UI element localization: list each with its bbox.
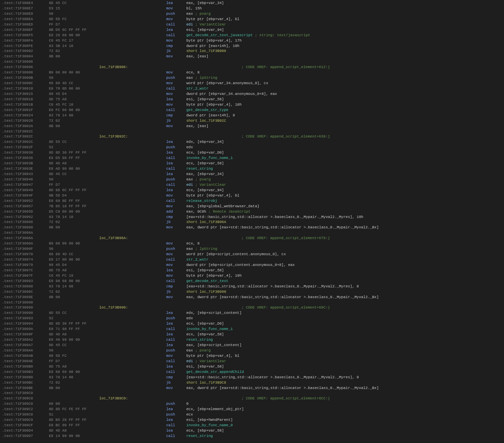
disasm-line[interactable]: .text:71F3097C8D 75 A8leaesi, [ebp+var_5…	[1, 268, 503, 273]
disasm-line[interactable]: .text:71F3099F8D 4D A8leaecx, [ebp+var_5…	[1, 332, 503, 337]
disasm-line[interactable]: .text:71F3092Cloc_71F3B92C: ; CODE XREF:…	[1, 134, 503, 140]
disasm-line[interactable]: .text:71F309A2E8 49 99 00 00callreset_st…	[1, 337, 503, 343]
bytes-col: 8D 55 CC	[49, 140, 99, 145]
disasm-line[interactable]: .text:71F309A78D 45 CCleaeax, [ebp+scrip…	[1, 343, 503, 348]
operands-col: byte ptr [ebp+var_4], 19h	[186, 273, 502, 279]
disasm-line[interactable]: .text:71F309D7E8 14 99 00 00callreset_st…	[1, 434, 503, 439]
disasm-line[interactable]: .text:71F3092F52pushedx	[1, 145, 503, 150]
disasm-line[interactable]: .text:71F3096F50pusheax ; lpString	[1, 246, 503, 252]
disasm-line[interactable]: .text:71F309AB88 5D FCmovbyte ptr [ebp+v…	[1, 353, 503, 359]
disasm-line[interactable]: .text:71F3092872 02jbshort loc_71F3B92C	[1, 118, 503, 124]
disasm-line[interactable]: .text:71F3092C	[1, 129, 503, 134]
disasm-line[interactable]: .text:71F309BE8B 00moveax, dword ptr [ea…	[1, 386, 503, 391]
disasm-line[interactable]: .text:71F30990loc_71F3B990: ; CODE XREF:…	[1, 305, 503, 311]
disasm-line[interactable]: .text:71F3091FE8 FC 66 00 00callget_deco…	[1, 108, 503, 113]
disasm-line[interactable]: .text:71F3091BC6 45 FC 18movbyte ptr [eb…	[1, 102, 503, 108]
operand-generic: byte ptr [ebp+var_4], 18h	[186, 103, 242, 107]
disasm-line[interactable]: .text:71F3096AB9 08 00 00 00movecx, 8	[1, 241, 503, 246]
disasm-line[interactable]: .text:71F309B3E8 68 69 00 00callget_deco…	[1, 370, 503, 375]
disasm-line[interactable]: .text:71F308EF8B D5 6C FF FF FFleaesi, […	[1, 27, 503, 33]
disasm-line[interactable]: .text:71F3090272 02jbshort loc_71F3B906	[1, 49, 503, 54]
disasm-line[interactable]: .text:71F3092483 78 14 08cmpdword ptr [e…	[1, 113, 503, 118]
disasm-line[interactable]: .text:71F3093EE8 AD 99 00 00callreset_st…	[1, 166, 503, 172]
disasm-line[interactable]: .text:71F3092A8B 00moveax, [eax]	[1, 124, 503, 129]
disasm-line[interactable]: .text:71F30910E8 70 0D 06 00callstr_2_ws…	[1, 86, 503, 92]
disasm-line[interactable]: .text:71F308FAC6 45 FC 17movbyte ptr [eb…	[1, 38, 503, 44]
operands-col: short loc_71F3B96A	[186, 220, 502, 225]
disasm-line[interactable]: .text:71F308E950pusheax ; pvarg	[1, 11, 503, 17]
disasm-line[interactable]: .text:71F308F5E8 26 68 00 00callget_deco…	[1, 33, 503, 38]
bytes-col: 8D 45 CC	[49, 172, 99, 177]
disasm-line[interactable]: .text:71F309D48D 4D A8leaecx, [ebp+var_5…	[1, 428, 503, 434]
disasm-line[interactable]: .text:71F3096672 02jbshort loc_71F3B96A	[1, 220, 503, 225]
disasm-line[interactable]: .text:71F30906loc_71F3B906: ; CODE XREF:…	[1, 65, 503, 70]
disasm-line[interactable]: .text:71F3095DD5 C8 00 00 00addeax, 0C8h…	[1, 209, 503, 215]
disasm-line[interactable]: .text:71F309C0	[1, 391, 503, 396]
operand-call: reset_string	[186, 338, 213, 342]
disasm-line[interactable]: .text:71F3096Aloc_71F3B96A: ; CODE XREF:…	[1, 236, 503, 241]
disasm-line[interactable]: .text:71F308E7D3 15movbl, 15h	[1, 6, 503, 11]
disasm-line[interactable]: .text:71F3098C72 02jbshort loc_71F3B990	[1, 289, 503, 295]
disasm-line[interactable]: .text:71F309B08D 75 A8leaesi, [ebp+var_5…	[1, 364, 503, 370]
disasm-line[interactable]: .text:71F3097989 45 D4movdword ptr [ebp+…	[1, 263, 503, 268]
disasm-line[interactable]: .text:71F3094F8B 5D D4movbyte ptr [ebp+v…	[1, 193, 503, 199]
disasm-line[interactable]: .text:71F3091589 45 D4movdword ptr [ebp+…	[1, 92, 503, 97]
disasm-line[interactable]: .text:71F30974E8 17 0D 06 00callstr_2_ws…	[1, 257, 503, 263]
disasm-line[interactable]: .text:71F309AA50pusheax ; pvarg	[1, 348, 503, 353]
disasm-line[interactable]: .text:71F309948D 8D 30 FF FF FFleaecx, […	[1, 321, 503, 327]
disasm-line[interactable]: .text:71F309308D 8D 30 FF FF FFleaecx, […	[1, 150, 503, 156]
mnem-col: lea	[166, 161, 186, 166]
disasm-line[interactable]: .text:71F3097FC6 45 FC 19movbyte ptr [eb…	[1, 273, 503, 279]
disasm-line[interactable]: .text:71F308EA8D 5D FCmovbyte ptr [ebp+v…	[1, 17, 503, 22]
disasm-line[interactable]: .text:71F309048B 00moveax, [eax]	[1, 54, 503, 59]
disasm-line[interactable]: .text:71F3098883 78 14 08cmp[eax+std::ba…	[1, 284, 503, 289]
disasm-line[interactable]: .text:71F309CFE8 BC 98 FF FFcallinvoke_b…	[1, 423, 503, 428]
inline-comment: ; Remote JavaScript	[206, 210, 250, 214]
disasm-line[interactable]: .text:71F30990	[1, 300, 503, 306]
disasm-line[interactable]: .text:71F309BC72 02jbshort loc_71F3B9C8	[1, 380, 503, 386]
disasm-line[interactable]: .text:71F309B883 78 14 08cmp[eax+std::ba…	[1, 375, 503, 380]
disasm-line[interactable]: .text:71F30983E8 98 68 00 00callget_deco…	[1, 279, 503, 284]
disasm-line[interactable]: .text:71F3097066 89 4D CCmovword ptr [eb…	[1, 252, 503, 257]
disasm-line[interactable]: .text:71F30947FF D7calledi ; VariantClea…	[1, 182, 503, 188]
disasm-line[interactable]: .text:71F3099AE8 71 98 FF FFcallinvoke_b…	[1, 327, 503, 332]
operand-call: str_2_wstr	[186, 87, 208, 91]
disasm-line[interactable]: .text:71F3090B50pusheax ; lpString	[1, 75, 503, 81]
disasm-line[interactable]: .text:71F309438D 45 CCleaeax, [ebp+var_3…	[1, 172, 503, 177]
disasm-line[interactable]: .text:71F308FE83 3B 14 10cmpdword ptr [e…	[1, 44, 503, 49]
disasm-line[interactable]: .text:71F308E48D 45 CCleaeax, [ebp+var_3…	[1, 1, 503, 6]
disasm-line[interactable]: .text:71F309C0loc_71F3B9C0: ; CODE XREF:…	[1, 396, 503, 401]
label-col	[99, 295, 166, 300]
disasm-line[interactable]: .text:71F309688B 00moveax, dword ptr [ea…	[1, 225, 503, 230]
disasm-line[interactable]: .text:71F308EDFF D7calledi ; VariantClea…	[1, 22, 503, 27]
disasm-line[interactable]: .text:71F30906B9 08 00 00 00movecx, 8	[1, 70, 503, 75]
disasm-line[interactable]: .text:71F309498D 8D 6C FF FF FFleaecx, […	[1, 188, 503, 193]
disasm-line[interactable]: .text:71F309908D 55 CCleaedx, [ebp+scrip…	[1, 311, 503, 316]
disasm-line[interactable]: .text:71F3093B8D 4D A8leaecx, [ebp+var_5…	[1, 161, 503, 166]
disasm-line[interactable]: .text:71F3090C66 89 4D CCmovword ptr [eb…	[1, 81, 503, 86]
disasm-line[interactable]: .text:71F30936E8 D5 98 FF FFcallinvoke_b…	[1, 156, 503, 161]
disasm-line[interactable]: .text:71F3094650pusheax ; pvarg	[1, 177, 503, 182]
disasm-line[interactable]: .text:71F309C98D B5 28 FF FF FFleaesi, […	[1, 418, 503, 423]
bytes-col: 8B 00	[49, 54, 99, 59]
disasm-line[interactable]: .text:71F309577B 85 18 FF FF FFmoveax, […	[1, 204, 503, 209]
bytes-col: 66 89 4D CC	[49, 81, 99, 86]
disasm-line[interactable]: .text:71F309C28D 8D FC FE FF FFleaecx, […	[1, 407, 503, 412]
bytes-col: 50	[49, 246, 99, 252]
disasm-line[interactable]: .text:71F3096A	[1, 230, 503, 236]
disasm-line[interactable]: .text:71F3099352pushedx	[1, 316, 503, 321]
disasm-line[interactable]: .text:71F3098E8B 00moveax, dword ptr [ea…	[1, 295, 503, 300]
disasm-line[interactable]: .text:71F309188D 75 A8leaesi, [ebp+var_5…	[1, 97, 503, 102]
disasm-line[interactable]: .text:71F30906	[1, 59, 503, 65]
disasm-line[interactable]: .text:71F3092C8D 55 CCleaedx, [ebp+var_3…	[1, 140, 503, 145]
addr-col: .text:71F3091B	[2, 102, 49, 108]
disasm-line[interactable]: .text:71F309C851pushecx	[1, 412, 503, 418]
mnem-col: lea	[166, 268, 186, 273]
disasm-line[interactable]: .text:71F309AEFF D7calledi ; VariantClea…	[1, 359, 503, 364]
disasm-line[interactable]: .text:71F30952E8 69 8E FF FFcallrelease_…	[1, 199, 503, 204]
bytes-col: 83 78 14 10	[49, 215, 99, 220]
bytes-col: FF D7	[49, 182, 99, 188]
disasm-line[interactable]: .text:71F3096283 78 14 10cmp[eax+std::ba…	[1, 215, 503, 220]
addr-col: .text:71F3092F	[2, 145, 49, 150]
disasm-line[interactable]: .text:71F309C068 00push0	[1, 401, 503, 407]
